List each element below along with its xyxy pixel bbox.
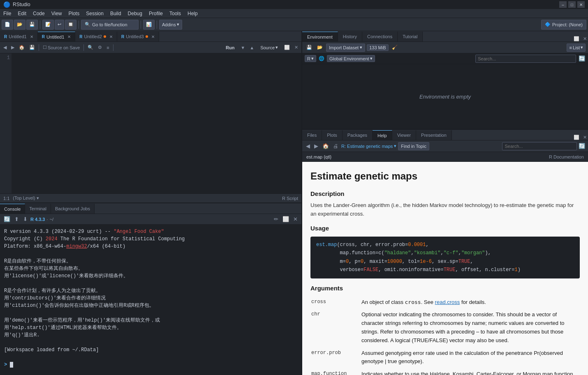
help-content[interactable]: Estimate genetic maps Description Uses t… <box>302 162 588 375</box>
tab-close-1[interactable]: ✕ <box>30 35 33 39</box>
console-maximize-button[interactable]: ⬜ <box>281 216 290 222</box>
addins-button[interactable]: Addins ▾ <box>159 20 182 30</box>
help-tab-help[interactable]: Help <box>373 130 392 140</box>
env-load-button[interactable]: 📂 <box>315 44 324 52</box>
save-button[interactable]: 💾 <box>26 20 38 30</box>
menu-profile[interactable]: Profile <box>146 10 166 17</box>
list-button[interactable]: ≡ List ▾ <box>567 44 586 52</box>
help-maximize-button[interactable]: ⬜ <box>572 135 581 140</box>
arg-desc-map-function: Indicates whether to use the Haldane, Ko… <box>361 368 579 375</box>
startup-line-8: 用'contributors()'来看合作者的详细情况 <box>4 294 297 302</box>
env-refresh-button[interactable]: 🔄 <box>579 55 586 62</box>
tab-close-3[interactable]: ✕ <box>109 35 113 39</box>
global-env-button[interactable]: Global Environment ▾ <box>327 55 375 62</box>
menu-view[interactable]: View <box>48 10 65 17</box>
env-save-button[interactable]: 💾 <box>305 44 314 52</box>
menu-code[interactable]: Code <box>30 10 48 17</box>
find-in-topic-button[interactable]: Find in Topic <box>398 142 429 150</box>
console-scroll-bottom[interactable]: ⬇ <box>22 216 29 222</box>
console-edit-button[interactable]: ✏ <box>273 216 280 222</box>
compile-report-button[interactable]: 📊 <box>143 20 155 30</box>
editor-tab-untitled2[interactable]: R Untitled2 ✕ <box>75 32 117 41</box>
env-tab-connections[interactable]: Connections <box>362 32 398 41</box>
line-numbers: 1 <box>0 53 12 193</box>
tab-close-2[interactable]: ✕ <box>67 35 71 39</box>
arg-desc-cross: An object of class cross. See read.cross… <box>361 297 579 308</box>
editor-tab-untitled1-left[interactable]: R Untitled1 ✕ <box>0 32 38 41</box>
code-area[interactable] <box>12 55 301 58</box>
import-dataset-button[interactable]: Import Dataset ▾ <box>326 44 365 52</box>
help-tab-viewer[interactable]: Viewer <box>392 130 416 140</box>
goto-file-button[interactable]: 🔍 Go to file/function <box>81 20 139 30</box>
r-badge-button[interactable]: R ▾ <box>305 55 316 62</box>
help-refresh-button[interactable]: 🔄 <box>579 143 586 149</box>
minimize-button[interactable]: – <box>559 1 567 8</box>
help-forward-button[interactable]: ▶ <box>313 143 319 149</box>
help-search-input[interactable] <box>502 142 577 150</box>
env-close-button[interactable]: ✕ <box>582 36 588 41</box>
help-tab-packages[interactable]: Packages <box>343 130 373 140</box>
unsaved-dot-3 <box>104 35 106 38</box>
workspace-button[interactable]: 🔲 <box>65 20 76 30</box>
console-prompt-line[interactable]: > <box>4 361 297 368</box>
menu-build[interactable]: Build <box>107 10 125 17</box>
read-cross-link[interactable]: read.cross <box>435 299 460 305</box>
tab-close-4[interactable]: ✕ <box>151 35 155 39</box>
help-tab-plots[interactable]: Plots <box>322 130 342 140</box>
startup-line-3: Platform: x86_64-w64-mingw32/x64 (64-bit… <box>4 243 297 250</box>
maximize-button[interactable]: □ <box>568 1 576 8</box>
close-button[interactable]: ✕ <box>577 1 585 8</box>
editor-tab-untitled3[interactable]: R Untitled3 ✕ <box>117 32 159 41</box>
menu-tools[interactable]: Tools <box>166 10 184 17</box>
env-maximize-button[interactable]: ⬜ <box>572 36 581 41</box>
console-tab-terminal[interactable]: Terminal <box>25 204 51 214</box>
help-tab-presentation[interactable]: Presentation <box>416 130 452 140</box>
env-search-input[interactable] <box>475 55 576 63</box>
source-arrow-icon: ▾ <box>275 45 278 50</box>
help-back-button[interactable]: ◀ <box>305 143 311 149</box>
home-button[interactable]: 🏠 <box>17 44 26 52</box>
help-home-button[interactable]: 🏠 <box>321 143 330 149</box>
format-button[interactable]: ≡ <box>105 44 111 52</box>
save-script-button[interactable]: 💾 <box>28 44 37 52</box>
new-file-button[interactable]: 📄 <box>2 20 13 30</box>
menu-session[interactable]: Session <box>83 10 107 17</box>
env-tab-tutorial[interactable]: Tutorial <box>398 32 423 41</box>
menu-file[interactable]: File <box>0 10 14 17</box>
console-content[interactable]: R version 4.3.3 (2024-02-29 ucrt) -- "An… <box>0 225 301 375</box>
menu-help[interactable]: Help <box>184 10 201 17</box>
minimize-editor-button[interactable]: ✕ <box>293 44 300 52</box>
undo-button[interactable]: ↩ <box>55 20 64 30</box>
help-tab-files[interactable]: Files <box>302 130 322 140</box>
console-tab-console[interactable]: Console <box>0 204 25 214</box>
help-close-button[interactable]: ✕ <box>582 135 588 140</box>
env-clear-button[interactable]: 🧹 <box>390 44 399 52</box>
source-on-save-check[interactable]: ☐ Source on Save <box>41 44 81 52</box>
find-button[interactable]: 🔍 <box>86 44 95 52</box>
arg-row-cross: cross An object of class cross. See read… <box>311 297 579 308</box>
menu-debug[interactable]: Debug <box>125 10 146 17</box>
list-label: List <box>573 45 580 50</box>
workspace-loaded: [Workspace loaded from ~/.RData] <box>4 346 297 354</box>
run-down-button[interactable]: ▼ <box>239 44 247 52</box>
help-print-button[interactable]: 🖨 <box>332 143 340 149</box>
run-up-button[interactable]: ▲ <box>248 44 256 52</box>
env-tab-environment[interactable]: Environment <box>302 32 338 41</box>
console-close-button[interactable]: ✕ <box>292 216 299 222</box>
console-scroll-top[interactable]: ⬆ <box>13 216 20 222</box>
menu-edit[interactable]: Edit <box>14 10 30 17</box>
env-tab-history[interactable]: History <box>338 32 362 41</box>
run-button[interactable]: Run <box>222 44 238 52</box>
forward-button[interactable]: ▶ <box>9 44 16 52</box>
editor-tab-untitled1-active[interactable]: R Untitled1 ✕ <box>38 32 76 41</box>
open-file-button[interactable]: 📂 <box>14 20 25 30</box>
source-button[interactable]: Source ▾ <box>257 44 281 52</box>
console-tab-background[interactable]: Background Jobs <box>51 204 95 214</box>
menu-plots[interactable]: Plots <box>65 10 83 17</box>
editor-content[interactable]: 1 <box>0 53 301 193</box>
back-button[interactable]: ◀ <box>2 44 8 52</box>
maximize-editor-button[interactable]: ⬜ <box>282 44 292 52</box>
tools-button[interactable]: ⚙ <box>96 44 104 52</box>
new-script-button[interactable]: 📝 <box>42 20 54 30</box>
console-clear-button[interactable]: 🔄 <box>2 216 12 222</box>
